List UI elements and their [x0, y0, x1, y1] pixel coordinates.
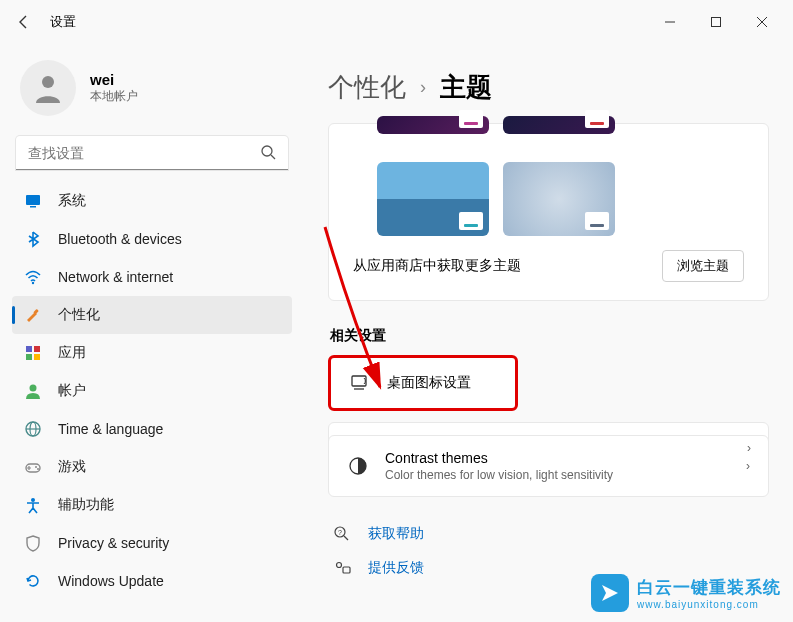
nav-item-label: Privacy & security: [58, 535, 169, 551]
svg-point-3: [262, 146, 272, 156]
svg-point-2: [42, 76, 54, 88]
nav-item-monitor[interactable]: 系统: [12, 182, 292, 220]
chevron-right-icon: ›: [420, 77, 426, 98]
user-subtitle: 本地帐户: [90, 88, 138, 105]
svg-point-19: [37, 468, 39, 470]
nav-item-update[interactable]: Windows Update: [12, 562, 292, 600]
user-profile[interactable]: wei 本地帐户: [12, 52, 292, 132]
svg-rect-11: [26, 354, 32, 360]
contrast-icon: [347, 455, 369, 477]
watermark-logo-icon: [591, 574, 629, 612]
help-icon: ?: [332, 525, 352, 543]
search-icon: [260, 144, 276, 164]
game-icon: [24, 458, 42, 476]
nav-item-label: 辅助功能: [58, 496, 114, 514]
nav-item-label: 帐户: [58, 382, 86, 400]
svg-rect-9: [26, 346, 32, 352]
shield-icon: [24, 534, 42, 552]
apps-icon: [24, 344, 42, 362]
nav-item-apps[interactable]: 应用: [12, 334, 292, 372]
nav-item-shield[interactable]: Privacy & security: [12, 524, 292, 562]
nav-item-bluetooth[interactable]: Bluetooth & devices: [12, 220, 292, 258]
theme-option[interactable]: [503, 162, 615, 236]
avatar: [20, 60, 76, 116]
nav-item-brush[interactable]: 个性化: [12, 296, 292, 334]
monitor-icon: [24, 192, 42, 210]
svg-line-4: [271, 155, 275, 159]
close-button[interactable]: [739, 6, 785, 38]
accessibility-icon: [24, 496, 42, 514]
breadcrumb-parent[interactable]: 个性化: [328, 70, 406, 105]
svg-point-26: [337, 563, 342, 568]
contrast-themes-label: Contrast themes: [385, 450, 730, 466]
nav-item-label: 游戏: [58, 458, 86, 476]
svg-point-7: [32, 282, 34, 284]
get-help-label: 获取帮助: [368, 525, 424, 543]
nav-item-person[interactable]: 帐户: [12, 372, 292, 410]
watermark: 白云一键重装系统 www.baiyunxitong.com: [591, 574, 781, 612]
svg-rect-27: [343, 567, 350, 573]
search-input[interactable]: [16, 136, 288, 170]
svg-rect-1: [712, 18, 721, 27]
svg-point-13: [30, 385, 37, 392]
breadcrumb-current: 主题: [440, 70, 492, 105]
feedback-icon: [332, 559, 352, 577]
svg-rect-10: [34, 346, 40, 352]
bluetooth-icon: [24, 230, 42, 248]
related-settings-heading: 相关设置: [328, 327, 769, 345]
brush-icon: [24, 306, 42, 324]
svg-rect-12: [34, 354, 40, 360]
theme-option[interactable]: [377, 116, 489, 134]
nav-item-label: Bluetooth & devices: [58, 231, 182, 247]
feedback-label: 提供反馈: [368, 559, 424, 577]
nav-item-label: 系统: [58, 192, 86, 210]
watermark-text: 白云一键重装系统: [637, 576, 781, 599]
nav-item-label: 个性化: [58, 306, 100, 324]
svg-point-20: [31, 498, 35, 502]
user-name: wei: [90, 71, 138, 88]
svg-rect-6: [30, 206, 36, 208]
svg-rect-21: [352, 376, 366, 386]
nav-item-label: Network & internet: [58, 269, 173, 285]
theme-option[interactable]: [503, 116, 615, 134]
svg-point-18: [35, 466, 37, 468]
chevron-right-icon: ›: [746, 459, 750, 473]
desktop-icon: [349, 372, 371, 394]
minimize-button[interactable]: [647, 6, 693, 38]
svg-line-24: [344, 536, 348, 540]
person-icon: [24, 382, 42, 400]
more-themes-text: 从应用商店中获取更多主题: [353, 257, 521, 275]
nav-item-accessibility[interactable]: 辅助功能: [12, 486, 292, 524]
nav-item-label: Time & language: [58, 421, 163, 437]
breadcrumb: 个性化 › 主题: [328, 70, 769, 105]
browse-themes-button[interactable]: 浏览主题: [662, 250, 744, 282]
nav-item-globe[interactable]: Time & language: [12, 410, 292, 448]
svg-text:?: ?: [338, 529, 342, 536]
watermark-url: www.baiyunxitong.com: [637, 599, 781, 610]
chevron-right-icon: ›: [747, 441, 751, 455]
back-button[interactable]: [8, 6, 40, 38]
nav-item-wifi[interactable]: Network & internet: [12, 258, 292, 296]
theme-option[interactable]: [377, 162, 489, 236]
contrast-themes-row[interactable]: Contrast themes Color themes for low vis…: [328, 435, 769, 497]
window-title: 设置: [50, 13, 76, 31]
nav-item-label: Windows Update: [58, 573, 164, 589]
themes-panel: 从应用商店中获取更多主题 浏览主题: [328, 123, 769, 301]
get-help-link[interactable]: ? 获取帮助: [328, 517, 769, 551]
nav-item-label: 应用: [58, 344, 86, 362]
nav-item-game[interactable]: 游戏: [12, 448, 292, 486]
contrast-themes-sub: Color themes for low vision, light sensi…: [385, 468, 730, 482]
globe-icon: [24, 420, 42, 438]
desktop-icon-settings-label: 桌面图标设置: [387, 374, 497, 392]
svg-rect-5: [26, 195, 40, 205]
desktop-icon-settings-row[interactable]: 桌面图标设置: [328, 355, 518, 411]
wifi-icon: [24, 268, 42, 286]
maximize-button[interactable]: [693, 6, 739, 38]
update-icon: [24, 572, 42, 590]
